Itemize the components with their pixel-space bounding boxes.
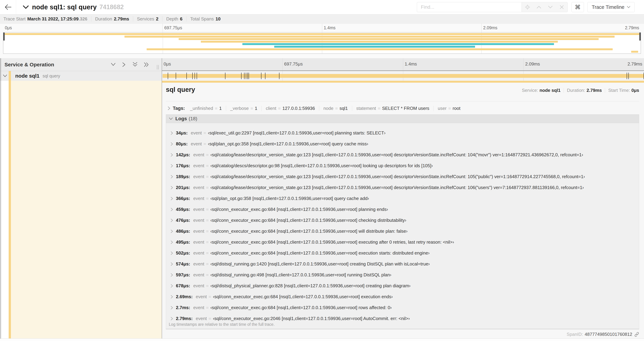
collapse-all-icon[interactable] [132,62,138,67]
expand-one-icon[interactable] [122,62,126,68]
log-field-value: ‹sql/plan_opt.go:358 [nsql1,client=127.0… [210,196,369,201]
log-marker-tick [225,73,226,79]
minimap-span-bar [147,48,613,50]
log-entry[interactable]: 366μs: event = ‹sql/plan_opt.go:358 [nsq… [166,193,639,204]
axis-gridline [162,24,163,32]
span-collapse-chevron-icon[interactable] [3,74,7,78]
log-entry[interactable]: 201μs: event = ‹sql/catalog/lease/descri… [166,182,639,193]
match-scope-icon[interactable] [522,2,533,12]
log-field-key: event [193,250,204,256]
trace-view-selector-button[interactable]: Trace Timeline [588,2,635,12]
log-field-value: ‹sql/catalog/lease/descriptor_version_st… [210,152,583,158]
summary-item: Services2 [137,16,158,22]
log-timestamp: 476μs: [176,218,190,223]
back-button[interactable] [0,0,16,14]
log-entry[interactable]: 678μs: event = ‹sql/distsql_physical_pla… [166,280,639,291]
log-timestamp: 495μs: [176,239,190,245]
column-resizer[interactable] [157,65,159,70]
log-equals: = [206,174,208,179]
span-id-value: 4877749850101760812 [584,332,632,337]
logs-header[interactable]: Logs (18) [166,115,639,123]
tag-equals: = [448,106,451,111]
log-marker-tick [248,73,248,79]
summary-label: Services [137,16,154,22]
log-timestamp: 678μs: [176,283,190,288]
log-field-key: event [193,218,204,223]
trace-summary-bar: Trace StartMarch 31 2022, 17:25:09.326Du… [0,14,644,24]
chevron-right-icon [170,186,173,190]
tag-value: root [453,106,460,111]
log-entry[interactable]: 34μs: event = ‹sql/exec_util.go:2297 [ns… [166,128,639,138]
detail-region: sql query Service:node sql1Duration:2.79… [0,81,644,338]
minimap-range-handle-left[interactable] [3,33,5,41]
span-duration-bar [162,74,644,78]
log-entry[interactable]: 80μs: event = ‹sql/plan_opt.go:358 [nsql… [166,138,639,149]
tag-equals: = [335,106,338,111]
overview-label: Service: [522,88,538,93]
log-equals: = [206,239,208,245]
find-input[interactable] [417,2,522,12]
log-entry[interactable]: 176μs: event = ‹sql/catalog/descs/descri… [166,160,639,171]
find-next-icon[interactable] [545,2,556,12]
log-equals: = [206,196,208,201]
tag-item: node=sql1 [319,106,352,111]
log-field-value: ‹sql/conn_executor_exec.go:684 [nsql1,cl… [210,207,388,212]
log-entry[interactable]: 459μs: event = ‹sql/conn_executor_exec.g… [166,204,639,215]
span-row-track[interactable] [162,71,644,81]
log-equals: = [206,250,208,256]
tags-label: Tags: [173,106,185,111]
logs-count: (18) [189,116,197,121]
log-entry[interactable]: 142μs: event = ‹sql/catalog/lease/descri… [166,149,639,160]
minimap-tick-label: 1.4ms [324,25,336,30]
keyboard-shortcuts-button[interactable]: ⌘ [572,2,584,12]
deep-link-icon[interactable] [634,332,639,337]
log-entry[interactable]: 574μs: event = ‹sql/distsql_running.go:1… [166,258,639,269]
log-field-value: ‹sql/exec_util.go:2297 [nsql1,client=127… [208,130,386,136]
minimap-span-bar [631,51,638,53]
find-group [417,2,568,12]
chevron-right-icon [170,208,173,211]
log-timestamp: 486μs: [176,229,190,234]
log-entry[interactable]: 2.69ms: event = ‹sql/conn_executor_exec.… [166,291,639,302]
expand-all-icon[interactable] [144,62,150,68]
log-equals: = [206,152,208,158]
log-timestamp: 34μs: [176,130,188,136]
summary-item: Duration2.79ms [95,16,129,22]
tag-equals: = [250,106,253,111]
collapse-one-icon[interactable] [110,63,116,67]
find-clear-icon[interactable] [556,2,568,12]
tag-key: _verbose [230,106,249,111]
trace-collapse-chevron-icon[interactable] [23,5,29,9]
minimap-span-bar [274,46,475,48]
minimap-span-bar [3,33,641,35]
log-timestamp: 2.69ms: [176,294,193,299]
minimap-span-bar [179,38,599,40]
span-overview: Service:node sql1Duration:2.79msStart Ti… [522,88,639,93]
minimap-range-handle-right[interactable] [639,33,641,41]
log-entry[interactable]: 597μs: event = ‹sql/distsql_running.go:4… [166,269,639,280]
find-prev-icon[interactable] [533,2,545,12]
tag-value: 127.0.0.1:59936 [282,106,315,111]
log-marker-tick [194,73,195,79]
top-bar: node sql1: sql query 7418682 [0,0,644,14]
log-field-value: ‹sql/catalog/descs/descriptor.go:98 [nsq… [210,163,433,168]
log-field-key: event [193,185,204,190]
log-field-value: ‹sql/conn_executor_exec.go:684 [nsql1,cl… [210,305,392,310]
overview-value: 2.79ms [586,88,602,93]
log-entry[interactable]: 189μs: event = ‹sql/catalog/lease/descri… [166,171,639,182]
trace-minimap[interactable] [3,32,641,54]
log-entry[interactable]: 502μs: event = ‹sql/conn_executor_exec.g… [166,248,639,258]
summary-label: Total Spans [190,16,214,22]
log-entry[interactable]: 495μs: event = ‹sql/conn_executor_exec.g… [166,237,639,248]
log-entry[interactable]: 476μs: event = ‹sql/conn_executor_exec.g… [166,215,639,226]
summary-item: Depth6 [166,16,182,22]
column-divider[interactable] [162,58,162,338]
log-field-key: event [191,130,202,136]
timeline-tick-label: 1.4ms [405,61,417,67]
summary-separator [91,16,92,22]
bottom-scrollbar-track[interactable] [0,338,644,341]
log-entry[interactable]: 486μs: event = ‹sql/conn_executor_exec.g… [166,226,639,237]
span-row-label[interactable]: node sql1 sql query [0,71,162,81]
log-entry[interactable]: 2.7ms: event = ‹sql/conn_executor_exec.g… [166,302,639,313]
tags-accordian[interactable]: Tags: _unfinished=1_verbose=1client=127.… [166,104,639,113]
